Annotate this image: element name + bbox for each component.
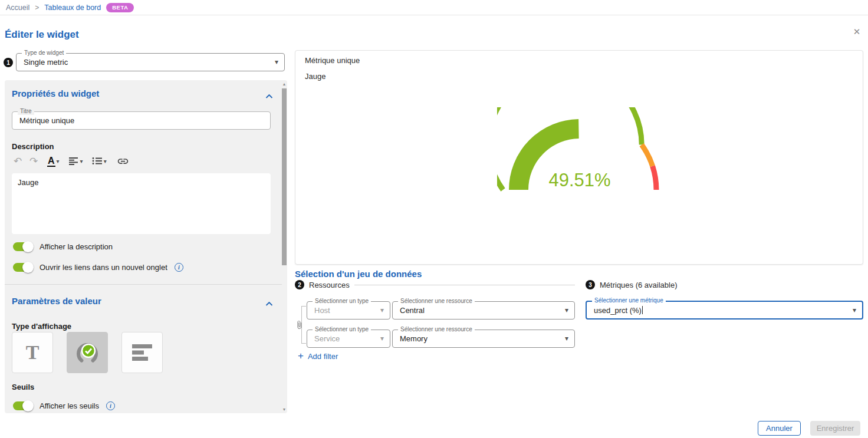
metrics-label: Métriques (6 available) — [600, 281, 678, 289]
richtext-toolbar: ↶ ↷ A ▾ ▾ ▾ — [12, 153, 129, 169]
show-description-label: Afficher la description — [40, 242, 113, 251]
title-field[interactable]: Titre Métrique unique — [12, 111, 271, 130]
scroll-up-icon[interactable]: ▲ — [281, 82, 287, 86]
value-settings-section-title: Paramètres de valeur — [12, 296, 101, 306]
add-filter-label: Add filter — [308, 352, 338, 361]
metrics-header: 3 Métriques (6 available) — [586, 280, 678, 289]
resource-select-1[interactable]: Sélectionner une ressource Central ▾ — [392, 301, 575, 320]
properties-section-title: Propriétés du widget — [12, 88, 99, 98]
open-links-toggle[interactable] — [13, 263, 32, 272]
show-thresholds-label: Afficher les seuils — [40, 401, 99, 410]
metric-select-value: used_prct (%) — [594, 306, 642, 315]
panel-scrollbar[interactable]: ▲ ▼ — [281, 80, 287, 413]
breadcrumb-home-link[interactable]: Accueil — [6, 4, 29, 12]
resource-type-select-1[interactable]: Sélectionner un type Host ▾ — [307, 301, 390, 320]
svg-text:49.51%: 49.51% — [548, 170, 610, 190]
resources-rule — [354, 285, 575, 285]
resource-value-1: Central — [400, 306, 425, 315]
step-1-badge: 1 — [4, 58, 13, 67]
resource-value-2: Memory — [400, 334, 428, 343]
show-thresholds-toggle-row: Afficher les seuils i — [13, 399, 115, 412]
show-description-toggle-row: Afficher la description — [13, 240, 113, 253]
widget-preview-card: Métrique unique Jauge 49.51% — [295, 50, 863, 265]
save-button[interactable]: Enregistrer — [810, 421, 860, 436]
text-cursor — [642, 306, 643, 314]
info-icon[interactable]: i — [175, 263, 183, 272]
resources-header: 2 Ressources — [295, 280, 575, 289]
step-3-badge: 3 — [586, 280, 595, 289]
list-icon[interactable]: ▾ — [92, 154, 107, 168]
page-title: Éditer le widget — [5, 29, 79, 41]
display-option-gauge[interactable] — [67, 332, 108, 373]
plus-icon: + — [298, 351, 304, 361]
beta-badge: BETA — [106, 3, 134, 12]
breadcrumb: Accueil > Tableaux de bord BETA — [0, 0, 868, 15]
link-icon[interactable] — [117, 154, 129, 168]
title-field-label: Titre — [18, 108, 34, 115]
chevron-down-icon: ▾ — [565, 334, 568, 343]
chevron-down-icon: ▾ — [565, 306, 568, 314]
resources-label: Ressources — [309, 281, 350, 289]
open-links-toggle-row: Ouvrir les liens dans un nouvel onglet i — [13, 261, 183, 274]
align-icon[interactable]: ▾ — [68, 154, 83, 168]
chevron-down-icon: ▾ — [380, 334, 384, 343]
description-text: Jauge — [18, 178, 38, 187]
section-divider — [5, 284, 282, 285]
chevron-down-icon: ▾ — [853, 306, 856, 314]
step-2-badge: 2 — [295, 280, 304, 289]
display-option-bar[interactable] — [121, 332, 163, 373]
dataset-section-title: Sélection d'un jeu de données — [295, 269, 422, 279]
widget-type-value: Single metric — [24, 58, 68, 67]
attach-icon — [295, 320, 304, 332]
resource-type-value-1: Host — [314, 306, 330, 315]
metric-select-label: Sélectionner une métrique — [592, 297, 666, 304]
breadcrumb-separator-icon: > — [35, 4, 39, 12]
resource-type-label-2: Sélectionner un type — [313, 326, 371, 333]
title-field-value: Métrique unique — [19, 116, 74, 125]
gauge-svg: 49.51% — [497, 107, 662, 196]
chevron-down-icon: ▾ — [57, 158, 60, 164]
collapse-value-settings-icon[interactable] — [265, 298, 273, 309]
undo-icon[interactable]: ↶ — [12, 154, 24, 168]
resource-select-2[interactable]: Sélectionner une ressource Memory ▾ — [392, 330, 575, 348]
preview-subtitle: Jauge — [305, 72, 326, 81]
resource-type-value-2: Service — [314, 334, 340, 343]
scroll-down-icon[interactable]: ▼ — [281, 407, 287, 411]
scrollbar-thumb[interactable] — [282, 88, 287, 265]
collapse-properties-icon[interactable] — [265, 91, 273, 101]
chevron-down-icon: ▾ — [275, 58, 278, 66]
redo-icon[interactable]: ↷ — [28, 154, 40, 168]
resource-type-select-2[interactable]: Sélectionner un type Service ▾ — [307, 330, 390, 348]
show-thresholds-toggle[interactable] — [13, 401, 32, 410]
description-editor[interactable]: Jauge — [12, 173, 271, 234]
info-icon[interactable]: i — [106, 401, 115, 410]
show-description-toggle[interactable] — [13, 242, 32, 251]
chevron-down-icon: ▾ — [80, 158, 83, 164]
description-label: Description — [12, 142, 54, 151]
breadcrumb-dashboards-link[interactable]: Tableaux de bord — [44, 4, 101, 12]
cancel-button[interactable]: Annuler — [758, 421, 801, 436]
open-links-label: Ouvrir les liens dans un nouvel onglet — [40, 263, 167, 272]
close-icon[interactable]: ✕ — [850, 25, 863, 38]
widget-type-label: Type de widget — [22, 50, 66, 57]
chevron-down-icon: ▾ — [104, 158, 107, 164]
resource-label-2: Sélectionner une ressource — [398, 326, 475, 333]
preview-title: Métrique unique — [305, 56, 360, 65]
edit-widget-modal: Accueil > Tableaux de bord BETA Éditer l… — [0, 0, 868, 438]
chevron-down-icon: ▾ — [380, 306, 384, 314]
gauge-chart: 49.51% — [497, 107, 662, 196]
gauge-display-icon — [74, 339, 101, 366]
widget-properties-panel: Propriétés du widget Titre Métrique uniq… — [5, 80, 287, 413]
thresholds-label: Seuils — [12, 383, 34, 391]
text-display-icon: T — [26, 341, 40, 364]
font-color-icon[interactable]: A ▾ — [47, 154, 60, 168]
resource-label-1: Sélectionner une ressource — [398, 298, 475, 305]
widget-type-select[interactable]: Type de widget Single metric ▾ — [16, 53, 285, 71]
bar-display-icon — [129, 343, 155, 363]
display-option-text[interactable]: T — [12, 332, 53, 373]
resource-type-label-1: Sélectionner un type — [313, 298, 371, 305]
metric-select[interactable]: Sélectionner une métrique used_prct (%) … — [586, 301, 863, 320]
add-filter-button[interactable]: + Add filter — [298, 351, 338, 361]
display-type-label: Type d'affichage — [12, 322, 71, 331]
